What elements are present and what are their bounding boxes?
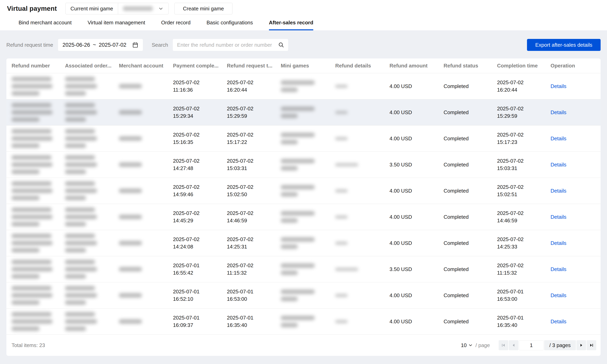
table-row: 2025-07-0116:52:102025-07-0116:53:004.00… xyxy=(6,282,601,309)
details-link[interactable]: Details xyxy=(551,109,566,115)
total-pages-label: / 3 pages xyxy=(544,340,576,350)
operation-cell: Details xyxy=(551,187,595,195)
refund-status: Completed xyxy=(444,239,497,247)
total-items: Total items: 23 xyxy=(12,342,45,349)
first-page-button[interactable] xyxy=(499,340,508,350)
column-header: Refund number xyxy=(12,63,65,69)
column-header: Refund request t... xyxy=(227,63,281,69)
merchant-account-redacted xyxy=(119,161,173,168)
details-link[interactable]: Details xyxy=(551,318,566,325)
refund-details-redacted xyxy=(335,136,389,142)
last-page-button[interactable] xyxy=(587,340,596,350)
refund-amount: 4.00 USD xyxy=(389,135,444,142)
refund-request-time: 2025-07-0215:17:22 xyxy=(227,131,281,146)
tab-bar: Bind merchant account Virtual item manag… xyxy=(19,17,607,30)
completion-time: 2025-07-0214:25:33 xyxy=(497,236,551,250)
refund-details-redacted xyxy=(335,266,389,272)
tab-basic-configurations[interactable]: Basic configurations xyxy=(207,17,253,30)
refund-number-redacted xyxy=(12,180,65,202)
calendar-icon xyxy=(132,42,139,48)
pagination: 10 / page / 3 pages xyxy=(461,340,596,350)
mini-game-redacted xyxy=(281,262,335,276)
payment-completion-time: 2025-07-0214:59:46 xyxy=(173,183,227,198)
mini-game-redacted xyxy=(281,131,335,146)
operation-cell: Details xyxy=(551,83,595,90)
mini-game-redacted xyxy=(281,236,335,250)
search-icon[interactable] xyxy=(278,41,284,48)
completion-time: 2025-07-0215:29:59 xyxy=(497,105,551,120)
merchant-account-redacted xyxy=(119,292,173,299)
page-number-input[interactable] xyxy=(519,340,543,350)
refund-number-redacted xyxy=(12,128,65,149)
page-size-select[interactable]: 10 xyxy=(461,342,473,349)
table-header-row: Refund numberAssociated order...Merchant… xyxy=(6,58,601,73)
details-link[interactable]: Details xyxy=(551,162,566,168)
column-header: Completion time xyxy=(497,63,551,69)
page-size-value: 10 xyxy=(461,342,467,349)
details-link[interactable]: Details xyxy=(551,135,566,142)
previous-page-button[interactable] xyxy=(509,340,518,350)
associated-order-redacted xyxy=(65,232,119,254)
refund-number-redacted xyxy=(12,232,65,254)
refund-number-redacted xyxy=(12,311,65,332)
mini-game-redacted xyxy=(281,79,335,93)
operation-cell: Details xyxy=(551,239,595,247)
payment-completion-time: 2025-07-0214:27:48 xyxy=(173,157,227,172)
refund-request-time: 2025-07-0116:53:00 xyxy=(227,288,281,303)
completion-time: 2025-07-0216:20:44 xyxy=(497,79,551,94)
refund-status: Completed xyxy=(444,213,497,221)
details-link[interactable]: Details xyxy=(551,266,566,272)
refund-number-redacted xyxy=(12,206,65,228)
tab-virtual-item-management[interactable]: Virtual item management xyxy=(88,17,145,30)
refund-details-redacted xyxy=(335,319,389,325)
merchant-account-redacted xyxy=(119,266,173,273)
create-mini-game-button[interactable]: Create mini game xyxy=(174,3,232,14)
merchant-account-redacted xyxy=(119,135,173,142)
associated-order-redacted xyxy=(65,259,119,280)
details-link[interactable]: Details xyxy=(551,240,566,246)
merchant-account-redacted xyxy=(119,83,173,90)
column-header: Refund details xyxy=(335,63,389,69)
refund-request-time: 2025-07-0211:15:32 xyxy=(227,262,281,277)
refund-amount: 4.00 USD xyxy=(389,83,444,90)
tab-order-record[interactable]: Order record xyxy=(161,17,191,30)
details-link[interactable]: Details xyxy=(551,188,566,194)
export-after-sales-details-button[interactable]: Export after-sales details xyxy=(527,39,601,51)
details-link[interactable]: Details xyxy=(551,292,566,298)
mini-game-redacted xyxy=(281,288,335,302)
refund-status: Completed xyxy=(444,109,497,116)
associated-order-redacted xyxy=(65,311,119,332)
refund-number-redacted xyxy=(12,102,65,123)
refund-status: Completed xyxy=(444,318,497,325)
associated-order-redacted xyxy=(65,76,119,97)
current-mini-game-value-redacted xyxy=(123,6,153,11)
payment-completion-time: 2025-07-0116:52:10 xyxy=(173,288,227,303)
refund-amount: 4.00 USD xyxy=(389,213,444,221)
current-mini-game-select[interactable]: Current mini game xyxy=(65,3,169,14)
per-page-label: / page xyxy=(476,342,490,349)
mini-game-redacted xyxy=(281,184,335,198)
table-row: 2025-07-0116:09:372025-07-0116:35:404.00… xyxy=(6,309,601,335)
tab-bind-merchant-account[interactable]: Bind merchant account xyxy=(19,17,72,30)
associated-order-redacted xyxy=(65,206,119,228)
refund-amount: 4.00 USD xyxy=(389,109,444,116)
refund-amount: 4.00 USD xyxy=(389,292,444,299)
search-input[interactable] xyxy=(177,42,278,48)
refund-number-redacted xyxy=(12,259,65,280)
operation-cell: Details xyxy=(551,161,595,169)
associated-order-redacted xyxy=(65,128,119,149)
details-link[interactable]: Details xyxy=(551,214,566,220)
tab-after-sales-record[interactable]: After-sales record xyxy=(269,17,313,30)
mini-game-redacted xyxy=(281,157,335,172)
details-link[interactable]: Details xyxy=(551,83,566,89)
column-header: Mini games xyxy=(281,63,335,69)
column-header: Payment comple... xyxy=(173,63,227,69)
chevron-down-icon xyxy=(468,343,473,347)
refund-amount: 3.50 USD xyxy=(389,161,444,169)
completion-time: 2025-07-0211:15:32 xyxy=(497,262,551,277)
operation-cell: Details xyxy=(551,109,595,116)
current-mini-game-label: Current mini game xyxy=(66,3,118,14)
date-range-input[interactable]: 2025-06-26 ~ 2025-07-02 xyxy=(58,39,143,51)
next-page-button[interactable] xyxy=(577,340,586,350)
operation-cell: Details xyxy=(551,292,595,299)
